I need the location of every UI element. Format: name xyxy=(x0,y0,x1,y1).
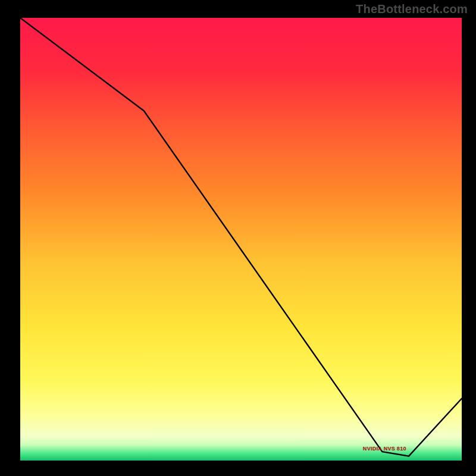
watermark: TheBottleneck.com xyxy=(356,2,468,16)
gpu-label: NVIDIA NVS 810 xyxy=(363,446,406,452)
chart-frame: TheBottleneck.com NVIDIA NVS 810 xyxy=(0,0,476,476)
plot-svg xyxy=(20,18,462,461)
plot-area: NVIDIA NVS 810 xyxy=(20,18,462,461)
gradient-bg xyxy=(20,18,462,461)
